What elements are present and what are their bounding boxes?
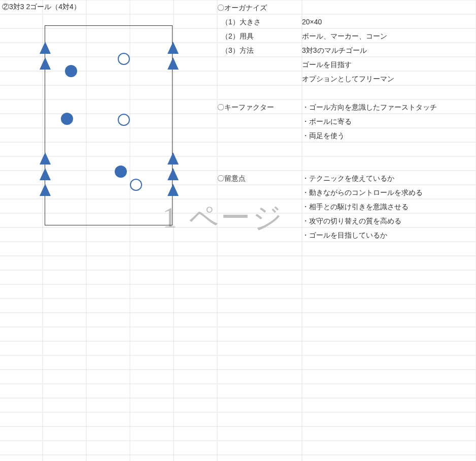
- player-open-icon: [118, 114, 130, 126]
- cone-marker-icon: [40, 168, 51, 180]
- drill-title: ②3対3 2ゴール（4対4）: [2, 2, 81, 12]
- caution-item-1: ・テクニックを使えているか: [302, 174, 394, 184]
- player-open-icon: [130, 179, 142, 191]
- caution-item-2: ・動きながらのコントロールを求める: [302, 188, 423, 198]
- caution-item-4: ・攻守の切り替えの質を高める: [302, 216, 401, 226]
- cone-marker-icon: [40, 184, 51, 196]
- caution-item-3: ・相手との駆け引きを意識させる: [302, 202, 409, 212]
- organize-extra-1: ゴールを目指す: [302, 60, 352, 70]
- organize-item-3-value: 3対3のマルチゴール: [302, 46, 367, 56]
- player-solid-icon: [61, 113, 73, 125]
- organize-item-2-label: （2）用具: [221, 31, 254, 42]
- organize-item-1-value: 20×40: [302, 17, 322, 27]
- cone-marker-icon: [167, 168, 179, 180]
- cone-marker-icon: [167, 184, 179, 196]
- caution-heading: 〇留意点: [217, 174, 246, 184]
- cone-marker-icon: [40, 152, 51, 164]
- organize-item-1-label: （1）大きさ: [221, 17, 261, 27]
- organize-extra-2: オプションとしてフリーマン: [302, 74, 394, 84]
- player-solid-icon: [65, 65, 77, 77]
- cone-marker-icon: [40, 42, 51, 54]
- player-solid-icon: [115, 166, 127, 178]
- keyfactor-item-3: ・両足を使う: [302, 131, 345, 141]
- organize-heading: 〇オーガナイズ: [217, 3, 267, 13]
- cone-marker-icon: [167, 57, 179, 70]
- cone-marker-icon: [167, 42, 179, 54]
- organize-item-2-value: ボール、マーカー、コーン: [302, 31, 387, 42]
- cone-marker-icon: [167, 152, 179, 164]
- player-open-icon: [118, 53, 130, 65]
- organize-item-3-label: （3）方法: [221, 46, 254, 56]
- field-rectangle: [45, 25, 173, 225]
- keyfactor-item-1: ・ゴール方向を意識したファーストタッチ: [302, 103, 437, 113]
- keyfactor-item-2: ・ボールに寄る: [302, 117, 352, 127]
- caution-item-5: ・ゴールを目指しているか: [302, 230, 387, 241]
- cone-marker-icon: [40, 57, 51, 70]
- keyfactor-heading: 〇キーファクター: [217, 103, 274, 113]
